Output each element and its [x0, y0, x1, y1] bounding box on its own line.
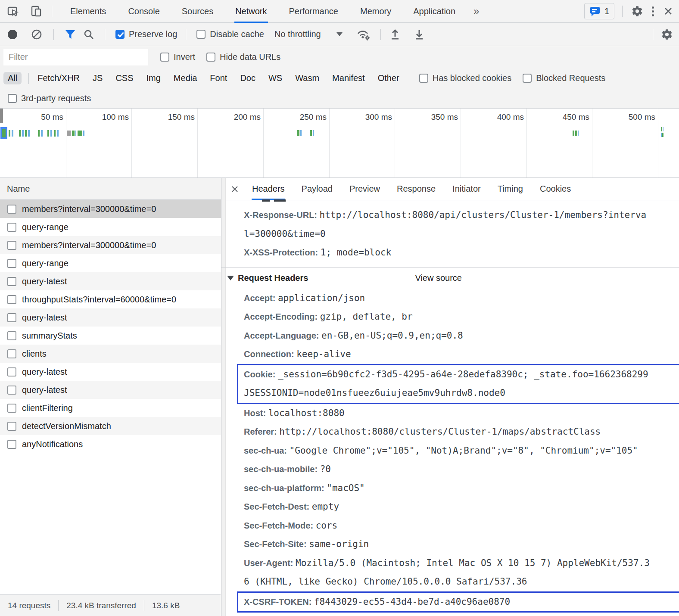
request-row[interactable]: detectVersionMismatch	[0, 417, 221, 435]
filter-chip-wasm[interactable]: Wasm	[293, 72, 321, 84]
has-blocked-cookies-label[interactable]: Has blocked cookies	[433, 73, 511, 83]
inspect-element-icon[interactable]	[7, 5, 19, 17]
divider	[186, 29, 186, 40]
detail-tab-timing[interactable]: Timing	[497, 178, 523, 200]
request-headers-section-header[interactable]: Request Headers View source	[221, 268, 679, 289]
view-source-link[interactable]: View source	[415, 273, 462, 283]
tab-sources[interactable]: Sources	[181, 0, 214, 23]
request-name: query-latest	[22, 385, 67, 395]
request-row[interactable]: query-range	[0, 254, 221, 272]
invert-label[interactable]: Invert	[174, 52, 195, 62]
close-devtools-icon[interactable]	[663, 6, 674, 17]
request-name: summaryStats	[22, 331, 77, 341]
request-checkbox[interactable]	[7, 404, 16, 413]
request-checkbox[interactable]	[7, 331, 16, 340]
blocked-requests-label[interactable]: Blocked Requests	[536, 73, 605, 83]
header-row-x-xss-protection: X-XSS-Protection: 1; mode=block	[244, 243, 679, 262]
disable-cache-checkbox[interactable]	[196, 30, 206, 39]
request-checkbox[interactable]	[7, 422, 16, 431]
detail-tab-headers[interactable]: Headers	[252, 178, 285, 200]
request-checkbox[interactable]	[7, 241, 16, 250]
hide-data-urls-label[interactable]: Hide data URLs	[220, 52, 280, 62]
header-row-sec-fetch-mode: Sec-Fetch-Mode: cors	[244, 516, 679, 535]
request-row[interactable]: clients	[0, 345, 221, 363]
request-row[interactable]: summaryStats	[0, 327, 221, 345]
request-row[interactable]: query-latest	[0, 381, 221, 399]
export-har-icon[interactable]	[414, 28, 425, 40]
name-column-header[interactable]: Name	[0, 178, 221, 200]
filter-chip-media[interactable]: Media	[172, 72, 199, 84]
network-overview-timeline[interactable]: 50 ms100 ms150 ms200 ms250 ms300 ms350 m…	[0, 109, 679, 178]
request-checkbox[interactable]	[7, 223, 16, 232]
filter-chip-manifest[interactable]: Manifest	[330, 72, 367, 84]
detail-tab-cookies[interactable]: Cookies	[539, 178, 571, 200]
request-checkbox[interactable]	[7, 295, 16, 304]
clear-network-log-icon[interactable]	[31, 29, 42, 40]
filter-chip-doc[interactable]: Doc	[238, 72, 257, 84]
invert-checkbox[interactable]	[160, 53, 169, 62]
third-party-requests-label[interactable]: 3rd-party requests	[21, 93, 91, 103]
import-har-icon[interactable]	[389, 28, 401, 40]
request-row[interactable]: query-latest	[0, 363, 221, 381]
divider	[380, 29, 381, 40]
filter-chip-img[interactable]: Img	[145, 72, 162, 84]
detail-tab-response[interactable]: Response	[396, 178, 436, 200]
tab-elements[interactable]: Elements	[69, 0, 107, 23]
has-blocked-cookies-checkbox[interactable]	[419, 74, 428, 83]
filter-chip-other[interactable]: Other	[376, 72, 401, 84]
network-settings-gear-icon[interactable]	[661, 28, 673, 40]
preserve-log-checkbox[interactable]	[115, 30, 125, 39]
filter-chip-ws[interactable]: WS	[267, 72, 284, 84]
search-icon[interactable]	[83, 29, 94, 40]
filter-chip-css[interactable]: CSS	[114, 72, 135, 84]
filter-chip-font[interactable]: Font	[208, 72, 229, 84]
disable-cache-label[interactable]: Disable cache	[210, 29, 264, 39]
tab-network[interactable]: Network	[234, 0, 268, 23]
network-conditions-icon[interactable]	[356, 28, 371, 41]
third-party-requests-checkbox[interactable]	[8, 94, 17, 103]
detail-tab-preview[interactable]: Preview	[349, 178, 380, 200]
filter-chip-fetch-xhr[interactable]: Fetch/XHR	[36, 72, 81, 84]
filter-chip-all[interactable]: All	[3, 72, 22, 84]
request-checkbox[interactable]	[7, 259, 16, 268]
filter-chip-js[interactable]: JS	[91, 72, 104, 84]
request-checkbox[interactable]	[7, 313, 16, 322]
request-name: throughputStats?interval=60000&time=0	[22, 295, 176, 305]
request-row[interactable]: anyNotifications	[0, 435, 221, 453]
request-row[interactable]: throughputStats?interval=60000&time=0	[0, 290, 221, 308]
tab-memory[interactable]: Memory	[359, 0, 392, 23]
request-row[interactable]: query-range	[0, 218, 221, 236]
filter-input[interactable]	[3, 49, 148, 65]
request-row[interactable]: members?interval=300000&time=0	[0, 200, 221, 218]
record-network-log-icon[interactable]	[8, 30, 17, 39]
more-tabs-icon[interactable]: »	[473, 5, 479, 17]
tab-application[interactable]: Application	[412, 0, 456, 23]
filter-funnel-icon[interactable]	[64, 29, 76, 40]
issues-button[interactable]: 1	[584, 3, 614, 19]
blocked-requests-checkbox[interactable]	[523, 74, 532, 83]
request-row[interactable]: query-latest	[0, 308, 221, 327]
request-checkbox[interactable]	[7, 277, 16, 286]
tab-console[interactable]: Console	[127, 0, 160, 23]
throttling-dropdown[interactable]: No throttling	[274, 29, 343, 39]
divider	[28, 73, 29, 84]
detail-tab-payload[interactable]: Payload	[301, 178, 333, 200]
issues-count: 1	[604, 6, 609, 16]
request-checkbox[interactable]	[7, 386, 16, 395]
request-checkbox[interactable]	[7, 367, 16, 376]
request-headers-list: Accept: application/jsonAccept-Encoding:…	[244, 289, 679, 613]
close-details-icon[interactable]	[230, 178, 240, 200]
request-row[interactable]: query-latest	[0, 272, 221, 290]
device-toolbar-icon[interactable]	[30, 5, 42, 17]
kebab-menu-icon[interactable]	[652, 6, 654, 16]
preserve-log-label[interactable]: Preserve log	[129, 29, 177, 39]
request-row[interactable]: members?interval=300000&time=0	[0, 236, 221, 254]
hide-data-urls-checkbox[interactable]	[206, 53, 215, 62]
detail-tab-initiator[interactable]: Initiator	[452, 178, 481, 200]
request-checkbox[interactable]	[7, 349, 16, 358]
request-checkbox[interactable]	[7, 440, 16, 449]
tab-performance[interactable]: Performance	[288, 0, 340, 23]
request-row[interactable]: clientFiltering	[0, 399, 221, 417]
settings-gear-icon[interactable]	[631, 5, 643, 17]
request-checkbox[interactable]	[7, 205, 16, 214]
